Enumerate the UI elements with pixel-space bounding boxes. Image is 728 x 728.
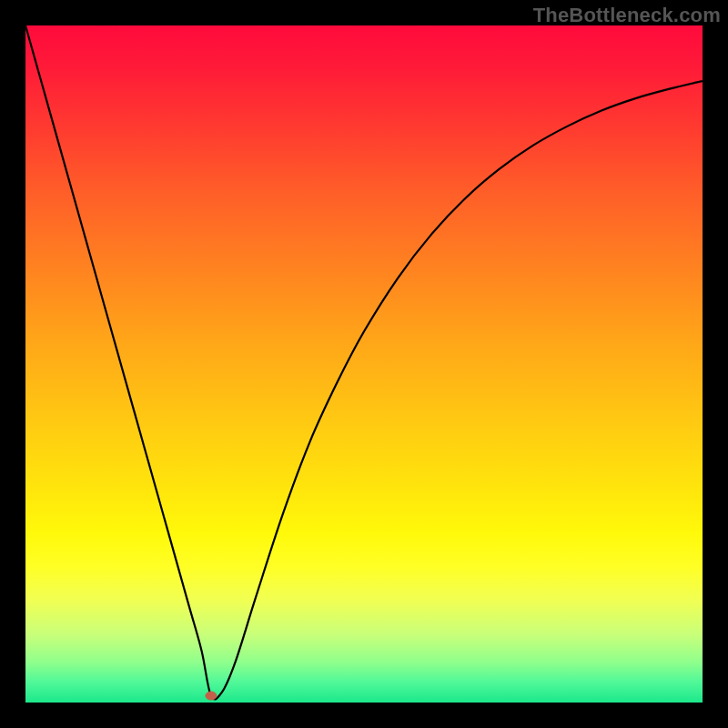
minimum-marker — [206, 692, 217, 700]
bottleneck-curve — [25, 25, 703, 699]
chart-plot-area — [25, 25, 703, 703]
watermark-text: TheBottleneck.com — [533, 4, 721, 27]
bottleneck-curve-svg — [25, 25, 703, 703]
